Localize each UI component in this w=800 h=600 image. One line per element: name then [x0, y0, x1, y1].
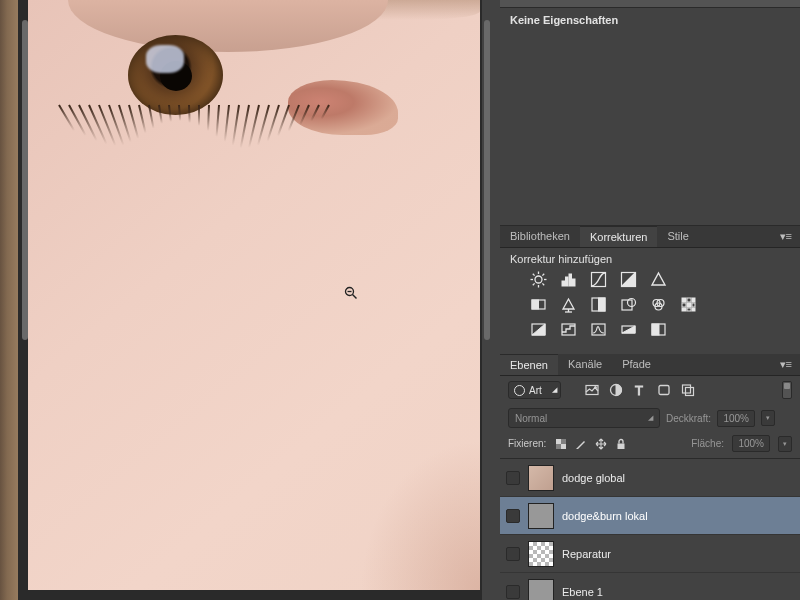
opacity-label: Deckkraft: — [666, 413, 711, 424]
svg-rect-24 — [622, 300, 632, 310]
svg-rect-19 — [532, 300, 539, 309]
vertical-scrollbar-right[interactable] — [484, 20, 490, 340]
tab-kanaele[interactable]: Kanäle — [558, 354, 612, 375]
svg-rect-36 — [687, 308, 691, 311]
document-canvas-area — [0, 0, 500, 600]
layer-thumbnail[interactable] — [528, 579, 554, 601]
exposure-icon[interactable] — [620, 271, 637, 288]
threshold-icon[interactable] — [590, 321, 607, 338]
layer-row[interactable]: dodge global — [500, 459, 800, 497]
adjustment-presets-grid — [500, 268, 800, 354]
selective-color-icon[interactable] — [650, 321, 667, 338]
layer-row[interactable]: Ebene 1 — [500, 573, 800, 600]
svg-rect-43 — [652, 324, 659, 335]
blend-mode-value: Normal — [515, 413, 547, 424]
properties-body — [500, 32, 800, 225]
lock-all-icon[interactable] — [614, 437, 627, 450]
filter-kind-value: Art — [529, 385, 542, 396]
zoom-out-cursor-icon — [344, 286, 358, 300]
visibility-toggle[interactable] — [506, 509, 520, 523]
fill-dropdown-icon[interactable]: ▾ — [778, 436, 792, 452]
canvas-image[interactable] — [28, 0, 480, 590]
nose-shadow — [360, 440, 480, 590]
svg-rect-13 — [566, 277, 569, 286]
tab-stile[interactable]: Stile — [657, 226, 698, 247]
posterize-icon[interactable] — [560, 321, 577, 338]
brightness-contrast-icon[interactable] — [530, 271, 547, 288]
lock-label: Fixieren: — [508, 438, 546, 449]
svg-line-9 — [542, 283, 544, 285]
vertical-scrollbar-left[interactable] — [22, 20, 28, 340]
vibrance-icon[interactable] — [650, 271, 667, 288]
svg-line-11 — [542, 274, 544, 276]
svg-rect-53 — [561, 439, 566, 444]
photo-filter-icon[interactable] — [620, 296, 637, 313]
svg-text:T: T — [635, 383, 643, 397]
svg-point-45 — [595, 387, 597, 389]
layer-thumbnail[interactable] — [528, 465, 554, 491]
black-white-icon[interactable] — [590, 296, 607, 313]
svg-rect-49 — [683, 385, 691, 393]
adjacent-document-strip — [0, 0, 18, 600]
opacity-dropdown-icon[interactable]: ▾ — [761, 410, 775, 426]
opacity-value[interactable]: 100% — [717, 410, 755, 427]
layer-name-label[interactable]: dodge global — [562, 472, 625, 484]
svg-rect-51 — [556, 439, 561, 444]
filter-adjustment-icon[interactable] — [609, 383, 624, 398]
layer-name-label[interactable]: dodge&burn lokal — [562, 510, 648, 522]
layer-row[interactable]: Reparatur — [500, 535, 800, 573]
color-balance-icon[interactable] — [560, 296, 577, 313]
tab-bibliotheken[interactable]: Bibliotheken — [500, 226, 580, 247]
layer-name-label[interactable]: Ebene 1 — [562, 586, 603, 598]
layers-panel-menu-icon[interactable]: ▾≡ — [772, 354, 800, 375]
filter-toggle-switch[interactable] — [782, 381, 792, 399]
svg-rect-12 — [562, 281, 565, 286]
blend-mode-select[interactable]: Normal◢ — [508, 408, 660, 428]
svg-rect-48 — [659, 386, 669, 395]
gradient-map-icon[interactable] — [620, 321, 637, 338]
layer-row[interactable]: dodge&burn lokal — [500, 497, 800, 535]
levels-icon[interactable] — [560, 271, 577, 288]
svg-line-2 — [353, 295, 357, 299]
svg-line-10 — [533, 283, 535, 285]
filter-kind-select[interactable]: Art — [508, 381, 561, 399]
layer-name-label[interactable]: Reparatur — [562, 548, 611, 560]
visibility-toggle[interactable] — [506, 585, 520, 599]
curves-icon[interactable] — [590, 271, 607, 288]
visibility-toggle[interactable] — [506, 547, 520, 561]
layers-filter-bar: Art T — [500, 376, 800, 404]
properties-panel-tabs[interactable] — [500, 0, 800, 8]
filter-shape-icon[interactable] — [657, 383, 672, 398]
visibility-toggle[interactable] — [506, 471, 520, 485]
lock-position-icon[interactable] — [594, 437, 607, 450]
svg-rect-54 — [556, 444, 561, 449]
lock-transparency-icon[interactable] — [554, 437, 567, 450]
panel-menu-icon[interactable]: ▾≡ — [772, 226, 800, 247]
tab-korrekturen[interactable]: Korrekturen — [580, 226, 657, 247]
svg-rect-15 — [573, 279, 576, 286]
channel-mixer-icon[interactable] — [650, 296, 667, 313]
svg-rect-29 — [682, 298, 686, 302]
svg-rect-14 — [569, 274, 572, 286]
adjustments-tabs: Bibliotheken Korrekturen Stile ▾≡ — [500, 226, 800, 248]
filter-smartobject-icon[interactable] — [681, 383, 696, 398]
svg-rect-23 — [599, 298, 606, 311]
svg-rect-34 — [692, 303, 695, 307]
svg-rect-35 — [682, 308, 686, 311]
color-lookup-icon[interactable] — [680, 296, 697, 313]
layers-tabs: Ebenen Kanäle Pfade ▾≡ — [500, 354, 800, 376]
filter-pixel-icon[interactable] — [585, 383, 600, 398]
svg-rect-37 — [692, 308, 695, 311]
hue-saturation-icon[interactable] — [530, 296, 547, 313]
blend-opacity-row: Normal◢ Deckkraft: 100% ▾ — [500, 404, 800, 432]
layer-thumbnail[interactable] — [528, 541, 554, 567]
svg-rect-30 — [687, 298, 691, 302]
filter-type-icon[interactable]: T — [633, 383, 648, 398]
layer-thumbnail[interactable] — [528, 503, 554, 529]
tab-ebenen[interactable]: Ebenen — [500, 354, 558, 375]
svg-rect-31 — [692, 298, 695, 302]
lock-pixels-icon[interactable] — [574, 437, 587, 450]
tab-pfade[interactable]: Pfade — [612, 354, 661, 375]
invert-icon[interactable] — [530, 321, 547, 338]
fill-value[interactable]: 100% — [732, 435, 770, 452]
